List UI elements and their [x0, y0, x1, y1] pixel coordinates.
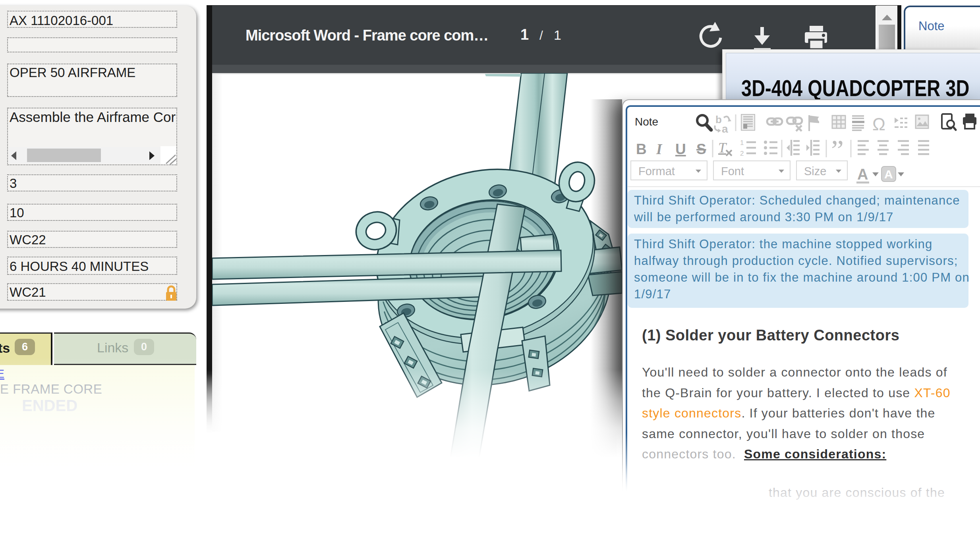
svg-text:b: b	[715, 114, 722, 126]
svg-text:A: A	[857, 166, 868, 183]
svg-text:A: A	[884, 168, 893, 181]
svg-text:Ω: Ω	[872, 114, 885, 134]
svg-text:U: U	[675, 141, 686, 157]
svg-text:B: B	[636, 141, 647, 157]
svg-text:I: I	[656, 141, 663, 157]
svg-text:1: 1	[740, 139, 744, 147]
svg-text:2: 2	[740, 150, 744, 157]
svg-text:T: T	[718, 140, 727, 156]
svg-text:a: a	[722, 123, 728, 135]
svg-text:S: S	[696, 141, 706, 157]
